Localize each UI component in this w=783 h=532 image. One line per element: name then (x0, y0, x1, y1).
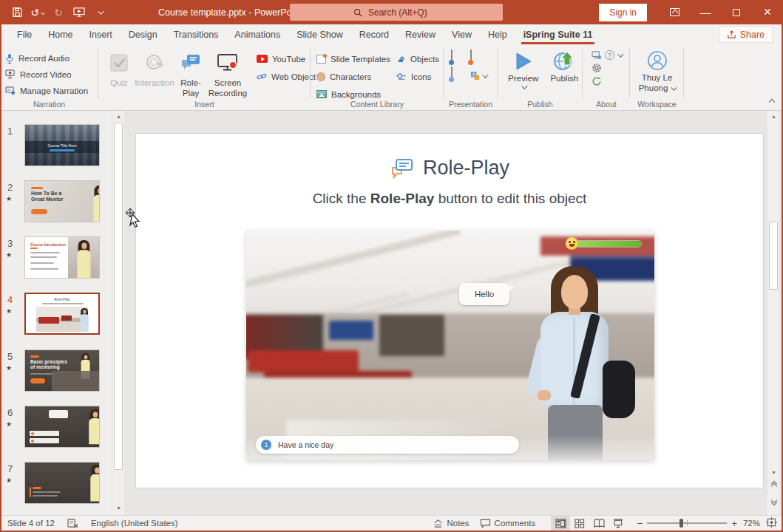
next-slide-icon[interactable] (770, 500, 778, 508)
preview-button[interactable]: Preview (505, 49, 542, 89)
tab-insert[interactable]: Insert (81, 24, 121, 44)
maximize-icon[interactable] (721, 0, 752, 24)
help-icon[interactable]: ? (605, 50, 614, 60)
tab-review[interactable]: Review (397, 24, 444, 44)
redo-icon[interactable]: ↻ (49, 3, 68, 22)
presentation-resources-button[interactable] (470, 50, 489, 67)
tab-record[interactable]: Record (351, 24, 397, 44)
scroll-down-icon[interactable]: ▼ (767, 467, 780, 478)
presentation-explorer-button[interactable] (451, 67, 470, 84)
minimize-icon[interactable]: — (690, 0, 721, 24)
tab-slide-show[interactable]: Slide Show (288, 24, 351, 44)
zoom-out-button[interactable]: − (637, 517, 643, 529)
zoom-slider[interactable] (647, 522, 727, 524)
record-video-button[interactable]: Record Video (5, 66, 98, 82)
slide-scrollbar-thumb[interactable] (769, 222, 778, 290)
undo-icon[interactable]: ↺ (28, 3, 47, 22)
group-narration: Record Audio Record Video Manage Narrati… (0, 44, 98, 110)
reply-bar[interactable]: 1 Have a nice day (256, 436, 519, 454)
characters-button[interactable]: Characters (316, 69, 393, 84)
slideshow-view-button[interactable] (609, 516, 628, 531)
thumb-photo (68, 237, 99, 279)
publish-button[interactable]: Publish (546, 49, 583, 89)
thumb-tag (31, 187, 43, 189)
update-icon[interactable] (592, 51, 602, 60)
scroll-up-icon[interactable]: ▲ (112, 111, 125, 122)
tab-help[interactable]: Help (480, 24, 515, 44)
quiz-label: Quiz (110, 78, 128, 89)
tab-design[interactable]: Design (121, 24, 166, 44)
scroll-down-icon[interactable]: ▼ (112, 502, 125, 514)
collapse-ribbon-icon[interactable] (769, 99, 775, 105)
characters-icon (316, 72, 325, 81)
manage-narration-label: Manage Narration (20, 86, 88, 95)
slide-templates-button[interactable]: Slide Templates (316, 51, 393, 66)
thumbnail-scrollbar-thumb[interactable] (114, 123, 123, 470)
tab-transitions[interactable]: Transitions (166, 24, 227, 44)
start-slideshow-icon[interactable] (70, 3, 89, 22)
tab-animations[interactable]: Animations (226, 24, 288, 44)
interaction-button[interactable]: Interaction (134, 44, 175, 99)
tab-home[interactable]: Home (40, 24, 81, 44)
normal-view-button[interactable] (551, 516, 570, 531)
tab-view[interactable]: View (444, 24, 480, 44)
objects-button[interactable]: Objects (396, 51, 439, 66)
thumb-textline (30, 262, 54, 264)
share-button[interactable]: Share (719, 26, 773, 43)
reading-view-button[interactable] (589, 516, 609, 531)
record-audio-button[interactable]: Record Audio (5, 50, 98, 66)
icons-label: Icons (411, 72, 432, 81)
workspace-account-button[interactable]: Thuy Le Phuong (630, 44, 684, 94)
spell-check-button[interactable] (60, 516, 86, 531)
previous-slide-icon[interactable] (770, 484, 778, 491)
slide-properties-button[interactable] (451, 50, 470, 67)
translation-button[interactable]: A (470, 67, 489, 84)
scroll-up-icon[interactable]: ▲ (767, 111, 780, 122)
screen-recording-button[interactable]: Screen Recording (206, 44, 249, 99)
search-input[interactable]: Search (Alt+Q) (290, 4, 503, 21)
youtube-button[interactable]: YouTube (257, 51, 316, 66)
animation-star-icon: ★ (6, 477, 12, 484)
customize-qat-icon[interactable] (90, 3, 109, 22)
slide-canvas[interactable]: Role-Play Click the Role-Play button to … (135, 133, 764, 488)
slide-sorter-view-button[interactable] (570, 516, 589, 531)
sign-in-button[interactable]: Sign in (599, 4, 647, 21)
save-icon[interactable] (7, 3, 27, 22)
web-object-button[interactable]: Web Object (257, 69, 316, 84)
thumb-title-band: Course Title Here (25, 141, 99, 153)
tab-ispring-suite-11[interactable]: iSpring Suite 11 (515, 24, 601, 44)
tab-file[interactable]: File (9, 24, 40, 44)
preview-chevron-icon (521, 83, 527, 89)
manage-narration-button[interactable]: Manage Narration (5, 83, 98, 98)
notes-button[interactable]: Notes (428, 516, 475, 531)
quiz-button[interactable]: Quiz (104, 44, 134, 99)
comments-button[interactable]: Comments (475, 516, 541, 531)
slide-number: 4 (7, 294, 13, 305)
animation-star-icon: ★ (6, 307, 12, 315)
about-chevron-icon (617, 51, 623, 57)
thumb-button (30, 378, 45, 383)
icons-button[interactable]: Icons (396, 69, 439, 84)
thumb-scene (36, 307, 88, 332)
refresh-icon[interactable] (592, 76, 602, 86)
slide-scrollbar[interactable]: ▲ ▼ (767, 111, 779, 515)
subtitle-part: button to edit this object (434, 191, 586, 206)
window-title: Course template.pptx - PowerPoint (158, 7, 302, 18)
thumbnail-scrollbar[interactable]: ▲ ▼ (112, 111, 124, 515)
zoom-slider-knob[interactable] (679, 519, 683, 528)
zoom-level[interactable]: 72% (737, 516, 766, 531)
close-icon[interactable]: × (752, 0, 783, 24)
settings-gear-icon[interactable] (592, 63, 602, 73)
role-play-object[interactable]: Hello 1 Have a nice day (246, 231, 654, 460)
role-play-label: Role-Play (175, 78, 206, 99)
language-selector[interactable]: English (United States) (86, 516, 183, 531)
zoom-in-button[interactable]: + (731, 518, 737, 529)
slideshow-icon (613, 519, 623, 528)
fit-slide-button[interactable] (766, 517, 777, 529)
role-play-title-icon (390, 157, 415, 180)
thumb-caption: Course Title Here (48, 143, 77, 148)
ribbon-display-options-icon[interactable] (659, 0, 690, 24)
slide-title: Role-Play (136, 157, 763, 180)
role-play-button[interactable]: Role-Play (175, 44, 206, 99)
web-object-icon (257, 72, 267, 81)
